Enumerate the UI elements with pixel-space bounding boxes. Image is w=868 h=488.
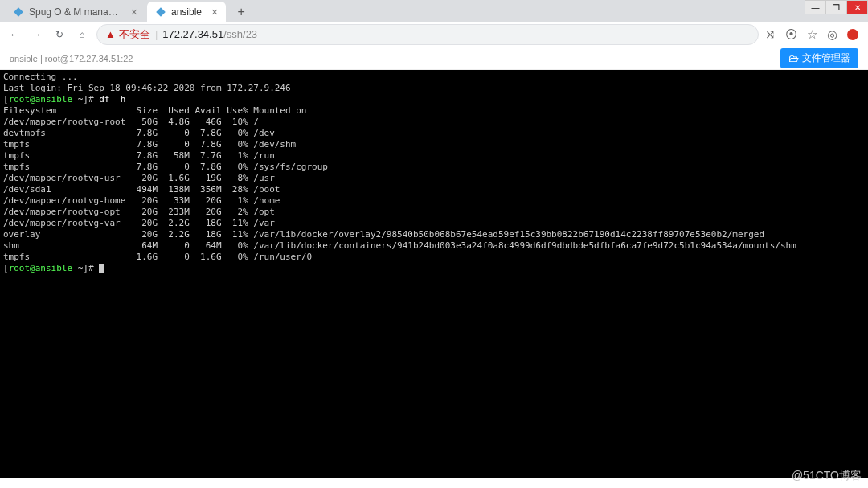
table-row: /dev/mapper/rootvg-var 20G 2.2G 18G 11% … xyxy=(3,218,275,228)
table-row: /dev/mapper/rootvg-root 50G 4.8G 46G 10%… xyxy=(3,117,259,127)
table-row: /dev/mapper/rootvg-home 20G 33M 20G 1% /… xyxy=(3,195,280,206)
table-row: overlay 20G 2.2G 18G 11% /var/lib/docker… xyxy=(3,229,764,240)
file-manager-button[interactable]: 🗁 文件管理器 xyxy=(780,48,858,68)
bookmark-star-icon[interactable]: ☆ xyxy=(807,27,817,42)
page-title: ansible | root@172.27.34.51:22 xyxy=(10,54,133,64)
table-row: /dev/mapper/rootvg-opt 20G 233M 20G 2% /… xyxy=(3,207,275,217)
warning-icon: ▲ xyxy=(105,28,116,40)
address-bar[interactable]: ▲ 不安全 | 172.27.34.51/ssh/23 xyxy=(96,24,759,45)
table-row: tmpfs 7.8G 0 7.8G 0% /sys/fs/cgroup xyxy=(3,162,328,172)
term-prompt: [root@ansible ~]# xyxy=(3,94,94,105)
terminal[interactable]: Connecting ... Last login: Fri Sep 18 09… xyxy=(0,70,868,478)
back-button[interactable]: ← xyxy=(6,27,23,43)
table-row: /dev/sda1 494M 138M 356M 28% /boot xyxy=(3,184,280,195)
term-line: Last login: Fri Sep 18 09:46:22 2020 fro… xyxy=(3,83,291,93)
folder-icon: 🗁 xyxy=(788,52,799,64)
file-manager-label: 文件管理器 xyxy=(802,51,850,65)
watermark: @51CTO博客 xyxy=(792,469,862,483)
tab-bar: Spug O & M management sys × ansible × + xyxy=(0,0,868,22)
page-header: ansible | root@172.27.34.51:22 🗁 文件管理器 xyxy=(0,47,868,70)
maximize-button[interactable]: ❐ xyxy=(826,0,847,14)
tab-spug[interactable]: Spug O & M management sys × xyxy=(5,2,145,22)
tab-favicon-icon xyxy=(155,6,166,18)
terminal-cursor xyxy=(99,264,104,273)
table-row: tmpfs 7.8G 0 7.8G 0% /dev/shm xyxy=(3,139,296,150)
address-text: 172.27.34.51/ssh/23 xyxy=(162,28,257,40)
address-separator: | xyxy=(155,28,158,40)
term-cmd xyxy=(94,263,100,273)
translate-icon[interactable]: ⤭ xyxy=(765,27,776,42)
home-button[interactable]: ⌂ xyxy=(74,27,90,43)
term-prompt: [root@ansible ~]# xyxy=(3,263,94,273)
minimize-button[interactable]: — xyxy=(805,0,826,14)
reload-button[interactable]: ↻ xyxy=(51,27,68,43)
tab-title: Spug O & M management sys xyxy=(29,6,121,18)
term-cmd: df -h xyxy=(94,94,126,105)
term-header: Filesystem Size Used Avail Use% Mounted … xyxy=(3,105,307,116)
profile-avatar[interactable] xyxy=(847,29,858,40)
table-row: tmpfs 1.6G 0 1.6G 0% /run/user/0 xyxy=(3,252,312,262)
toolbar: ← → ↻ ⌂ ▲ 不安全 | 172.27.34.51/ssh/23 ⤭ ⦿ … xyxy=(0,22,868,47)
table-row: /dev/mapper/rootvg-usr 20G 1.6G 19G 8% /… xyxy=(3,173,275,183)
close-window-button[interactable]: ✕ xyxy=(847,0,868,14)
extension-icon[interactable]: ◎ xyxy=(827,27,837,42)
tab-title: ansible xyxy=(171,6,202,18)
zoom-icon[interactable]: ⦿ xyxy=(785,27,797,41)
tab-close-icon[interactable]: × xyxy=(211,6,218,18)
window-controls: — ❐ ✕ xyxy=(805,0,868,14)
term-line: Connecting ... xyxy=(3,72,78,82)
table-row: devtmpfs 7.8G 0 7.8G 0% /dev xyxy=(3,128,275,138)
table-row: tmpfs 7.8G 58M 7.7G 1% /run xyxy=(3,150,275,161)
toolbar-right: ⤭ ⦿ ☆ ◎ xyxy=(765,27,862,42)
insecure-text: 不安全 xyxy=(119,27,150,42)
tab-close-icon[interactable]: × xyxy=(131,6,137,18)
insecure-badge[interactable]: ▲ 不安全 xyxy=(105,27,150,42)
new-tab-button[interactable]: + xyxy=(232,3,250,21)
forward-button[interactable]: → xyxy=(29,27,45,43)
table-row: shm 64M 0 64M 0% /var/lib/docker/contain… xyxy=(3,240,796,251)
tab-ansible[interactable]: ansible × xyxy=(147,2,226,22)
tab-favicon-icon xyxy=(13,6,24,18)
